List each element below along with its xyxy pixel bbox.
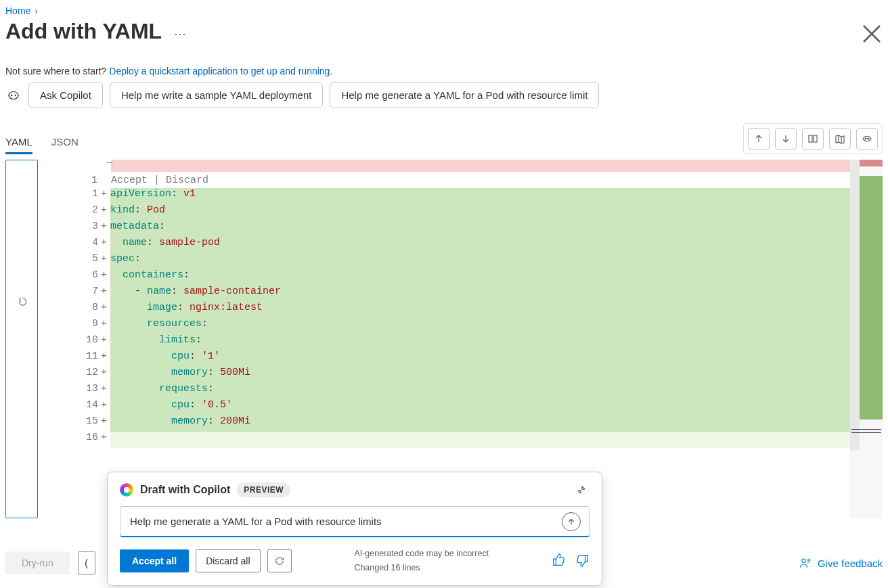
map-button[interactable]: [829, 128, 851, 150]
code-line[interactable]: 15+memory: 200Mi: [43, 415, 883, 432]
chevron-right-icon: ›: [35, 5, 38, 16]
format-tabs: YAMLJSON: [5, 132, 79, 154]
copilot-icon: [862, 133, 872, 144]
inline-diff-actions: 1 Accept | Discard: [74, 172, 883, 188]
thumbs-down-button[interactable]: [575, 553, 590, 570]
minimap[interactable]: [850, 160, 883, 518]
quickstart-link[interactable]: Deploy a quickstart application to get u…: [109, 66, 332, 76]
compare-button[interactable]: [802, 128, 824, 150]
page-title: Add with YAML: [5, 18, 162, 49]
breadcrumb-home[interactable]: Home: [5, 5, 30, 16]
copilot-note: AI-generated code may be incorrect Chang…: [354, 547, 489, 576]
collapse-panel-button[interactable]: [573, 482, 590, 498]
code-line[interactable]: 2+kind: Pod: [43, 204, 883, 221]
code-line[interactable]: 11+cpu: '1': [43, 350, 883, 367]
discard-all-button[interactable]: Discard all: [196, 549, 260, 572]
minimap-viewport[interactable]: [850, 160, 860, 451]
hint-text: Not sure where to start?: [5, 66, 109, 76]
download-icon: [780, 133, 791, 144]
minimap-caret: [851, 429, 881, 433]
collapse-icon: [577, 485, 586, 495]
svg-point-0: [11, 94, 12, 95]
editor: 1 Accept | Discard 1+apiVersion: v12+kin…: [5, 160, 883, 518]
code-line[interactable]: 7+- name: sample-container: [43, 286, 883, 302]
close-button[interactable]: [861, 23, 883, 45]
svg-point-5: [868, 138, 869, 139]
svg-point-4: [865, 138, 866, 139]
minimap-deleted-marker: [860, 160, 883, 166]
svg-rect-3: [814, 135, 817, 142]
svg-rect-2: [809, 135, 812, 142]
accept-all-button[interactable]: Accept all: [120, 549, 189, 572]
map-icon: [835, 133, 845, 144]
inline-discard[interactable]: Discard: [166, 175, 208, 186]
code-area[interactable]: 1 Accept | Discard 1+apiVersion: v12+kin…: [43, 160, 883, 518]
feedback-icon: [799, 556, 812, 570]
retry-button[interactable]: [267, 549, 292, 572]
suggestion-pill-2[interactable]: Help me generate a YAML for a Pod with r…: [330, 82, 599, 108]
thumbs-down-icon: [575, 553, 590, 568]
code-line[interactable]: 8+image: nginx:latest: [43, 302, 883, 318]
revert-icon: [16, 296, 28, 308]
copilot-logo-icon: [120, 483, 133, 497]
copilot-input-row: [120, 506, 590, 537]
code-line[interactable]: 12+memory: 500Mi: [43, 367, 883, 383]
code-line[interactable]: 4+name: sample-pod: [43, 237, 883, 253]
code-line[interactable]: 13+requests:: [43, 383, 883, 399]
retry-icon: [274, 556, 285, 566]
editor-toolbar: [743, 123, 883, 154]
svg-point-1: [15, 94, 16, 95]
code-line[interactable]: 3+metadata:: [43, 221, 883, 237]
copilot-icon: [5, 88, 22, 103]
arrow-up-icon: [567, 518, 575, 526]
suggestion-pill-0[interactable]: Ask Copilot: [28, 82, 103, 108]
thumbs-up-button[interactable]: [552, 553, 567, 570]
code-line[interactable]: 16+: [43, 432, 883, 448]
compare-icon: [807, 133, 818, 144]
code-line[interactable]: 10+limits:: [43, 334, 883, 350]
upload-button[interactable]: [748, 128, 770, 150]
inline-accept[interactable]: Accept: [111, 175, 148, 186]
copilot-panel-title: Draft with Copilot: [140, 484, 230, 496]
tab-json[interactable]: JSON: [51, 132, 79, 154]
code-line[interactable]: 14+cpu: '0.5': [43, 399, 883, 415]
clipped-button[interactable]: (: [78, 551, 95, 574]
code-line[interactable]: 1+apiVersion: v1: [43, 188, 883, 204]
upload-icon: [753, 133, 764, 144]
code-line[interactable]: 6+containers:: [43, 269, 883, 286]
original-line-number: 1: [74, 175, 111, 186]
code-line[interactable]: 5+spec:: [43, 253, 883, 269]
thumbs-up-icon: [552, 553, 567, 568]
deleted-line-band: [111, 160, 850, 172]
tab-yaml[interactable]: YAML: [5, 132, 32, 154]
suggestion-pill-1[interactable]: Help me write a sample YAML deployment: [110, 82, 324, 108]
suggestion-row: Ask CopilotHelp me write a sample YAML d…: [5, 82, 655, 108]
close-icon: [861, 23, 883, 45]
copilot-panel: Draft with Copilot PREVIEW Accept all Di…: [107, 472, 602, 586]
hint-row: Not sure where to start? Deploy a quicks…: [5, 49, 883, 82]
give-feedback-link[interactable]: Give feedback: [799, 556, 883, 570]
minimap-added-marker: [860, 176, 883, 420]
revert-gutter[interactable]: [5, 160, 38, 518]
code-line[interactable]: 9+resources:: [43, 318, 883, 334]
breadcrumb: Home ›: [5, 3, 883, 18]
svg-point-6: [802, 559, 805, 562]
copilot-prompt-input[interactable]: [129, 515, 562, 528]
preview-badge: PREVIEW: [237, 482, 290, 497]
copilot-send-button[interactable]: [562, 512, 581, 531]
more-actions-button[interactable]: ⋯: [174, 28, 187, 40]
dry-run-button[interactable]: Dry-run: [5, 551, 70, 574]
copilot-button[interactable]: [856, 128, 878, 150]
download-button[interactable]: [775, 128, 797, 150]
